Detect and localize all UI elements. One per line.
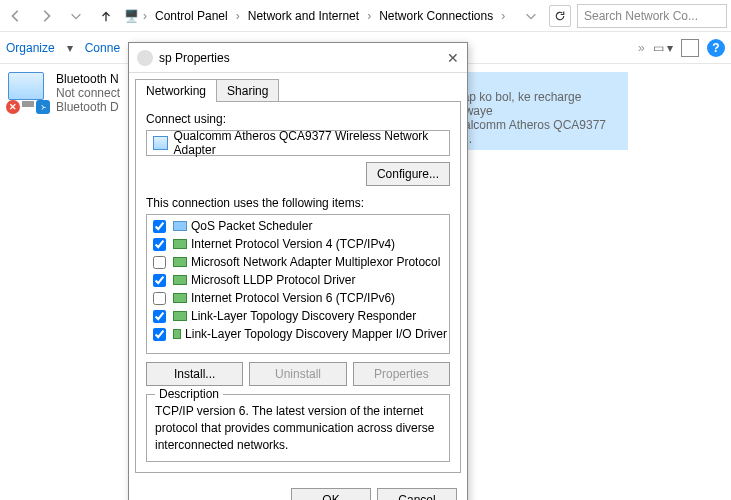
chevron-right-icon: › [236,9,240,23]
chevron-right-icon: › [143,9,147,23]
protocol-icon [173,239,187,249]
item-checkbox[interactable] [153,274,166,287]
uninstall-button: Uninstall [249,362,346,386]
item-checkbox[interactable] [153,238,166,251]
adapter-field: Qualcomm Atheros QCA9377 Wireless Networ… [146,130,450,156]
organize-menu[interactable]: Organize [6,41,55,55]
dialog-titlebar[interactable]: sp Properties ✕ [129,43,467,73]
breadcrumb[interactable]: 🖥️ › Control Panel › Network and Interne… [124,7,513,25]
connect-using-label: Connect using: [146,112,450,126]
up-button[interactable] [94,4,118,28]
overflow-icon[interactable]: » [638,41,645,55]
configure-button[interactable]: Configure... [366,162,450,186]
protocol-icon [173,275,187,285]
adapter-icon [153,136,168,150]
item-label: QoS Packet Scheduler [191,219,312,233]
list-item[interactable]: Internet Protocol Version 4 (TCP/IPv4) [149,235,447,253]
protocol-icon [173,221,187,231]
cancel-button[interactable]: Cancel [377,488,457,500]
connection-name: Bluetooth N [56,72,120,86]
preview-pane-icon[interactable] [681,39,699,57]
protocol-icon [173,257,187,267]
refresh-button[interactable] [549,5,571,27]
description-legend: Description [155,387,223,401]
connect-button[interactable]: Conne [85,41,120,55]
connection-device: Qualcomm Atheros QCA9377 Wi... [448,118,624,146]
chevron-right-icon: › [367,9,371,23]
chevron-down-icon[interactable] [519,4,543,28]
control-panel-icon: 🖥️ [124,9,139,23]
crumb-control-panel[interactable]: Control Panel [151,7,232,25]
item-label: Link-Layer Topology Discovery Responder [191,309,416,323]
close-icon[interactable]: ✕ [447,50,459,66]
items-label: This connection uses the following items… [146,196,450,210]
protocol-icon [173,311,187,321]
tab-strip: Networking Sharing [129,73,467,102]
description-group: Description TCP/IP version 6. The latest… [146,394,450,462]
install-button[interactable]: Install... [146,362,243,386]
item-label: Internet Protocol Version 6 (TCP/IPv6) [191,291,395,305]
dialog-title: sp Properties [159,51,230,65]
chevron-right-icon: › [501,9,505,23]
list-item[interactable]: Link-Layer Topology Discovery Responder [149,307,447,325]
connection-device: Bluetooth D [56,100,120,114]
view-menu[interactable]: ▭ ▾ [653,41,673,55]
back-button[interactable] [4,4,28,28]
properties-dialog: sp Properties ✕ Networking Sharing Conne… [128,42,468,500]
item-checkbox[interactable] [153,256,166,269]
item-label: Internet Protocol Version 4 (TCP/IPv4) [191,237,395,251]
ok-button[interactable]: OK [291,488,371,500]
description-text: TCP/IP version 6. The latest version of … [155,403,441,453]
connection-status: Baap ko bol, ke recharge karwaye [448,90,624,118]
search-input[interactable]: Search Network Co... [577,4,727,28]
networking-panel: Connect using: Qualcomm Atheros QCA9377 … [135,101,461,473]
chevron-down-icon[interactable]: ▾ [67,41,73,55]
disconnected-badge-icon: ✕ [6,100,20,114]
tab-sharing[interactable]: Sharing [216,79,279,102]
items-listbox[interactable]: QoS Packet SchedulerInternet Protocol Ve… [146,214,450,354]
list-item[interactable]: QoS Packet Scheduler [149,217,447,235]
chevron-down-icon[interactable] [64,4,88,28]
help-icon[interactable]: ? [707,39,725,57]
list-item[interactable]: Microsoft Network Adapter Multiplexor Pr… [149,253,447,271]
properties-button: Properties [353,362,450,386]
item-label: Link-Layer Topology Discovery Mapper I/O… [185,327,447,341]
list-item[interactable]: Link-Layer Topology Discovery Mapper I/O… [149,325,447,343]
address-bar: 🖥️ › Control Panel › Network and Interne… [0,0,731,32]
item-checkbox[interactable] [153,220,166,233]
crumb-network-connections[interactable]: Network Connections [375,7,497,25]
crumb-network-internet[interactable]: Network and Internet [244,7,363,25]
item-label: Microsoft LLDP Protocol Driver [191,273,356,287]
item-label: Microsoft Network Adapter Multiplexor Pr… [191,255,440,269]
dialog-icon [137,50,153,66]
bluetooth-connection-icon: ✕ ᚛ [8,72,48,112]
adapter-name: Qualcomm Atheros QCA9377 Wireless Networ… [174,129,443,157]
connection-status: Not connect [56,86,120,100]
tab-networking[interactable]: Networking [135,79,217,102]
list-item[interactable]: Microsoft LLDP Protocol Driver [149,271,447,289]
forward-button[interactable] [34,4,58,28]
connection-name: sp [448,76,624,90]
item-checkbox[interactable] [153,328,166,341]
item-checkbox[interactable] [153,292,166,305]
item-checkbox[interactable] [153,310,166,323]
protocol-icon [173,329,181,339]
bluetooth-icon: ᚛ [36,100,50,114]
search-placeholder: Search Network Co... [584,9,698,23]
list-item[interactable]: Internet Protocol Version 6 (TCP/IPv6) [149,289,447,307]
protocol-icon [173,293,187,303]
